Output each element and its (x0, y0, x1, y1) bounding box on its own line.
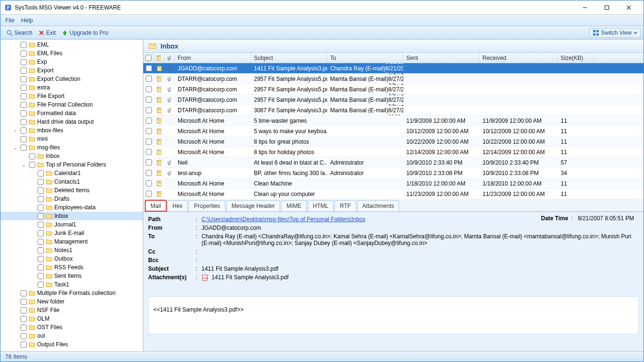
menu-file[interactable]: File (5, 17, 14, 24)
tree-item[interactable]: RSS Feeds (0, 263, 143, 272)
tree-item[interactable]: Deleted Items (0, 186, 143, 195)
tree-item[interactable]: OST Files (0, 323, 143, 332)
tree-checkbox[interactable] (38, 256, 44, 262)
tree-checkbox[interactable] (20, 42, 27, 48)
tree-checkbox[interactable] (20, 145, 27, 151)
tree-item[interactable]: out (0, 332, 143, 340)
expander-icon[interactable]: ⌄ (20, 162, 27, 167)
tree-item[interactable]: Calendar1 (0, 169, 143, 177)
tree-item[interactable]: Formatted data (0, 109, 143, 117)
mail-row[interactable]: DTARR@catocorp.com3087 Fit Sample Analys… (143, 105, 644, 116)
tab-hex[interactable]: Hex (167, 200, 188, 211)
col-size[interactable]: Size(KB) (558, 53, 586, 63)
tab-rtf[interactable]: RTF (334, 200, 356, 211)
tree-item[interactable]: Inbox (0, 212, 143, 220)
tree-item[interactable]: Notes1 (0, 246, 143, 254)
tree-checkbox[interactable] (29, 162, 35, 168)
maximize-button[interactable] (596, 0, 618, 15)
row-checkbox[interactable] (146, 138, 152, 145)
mail-row[interactable]: JGADD@catocorp.com1411 Fit Sample Analys… (143, 63, 644, 74)
row-checkbox[interactable] (146, 128, 152, 134)
path-link[interactable]: C:\Users\admin\Desktop\msg-files\Top of … (201, 216, 365, 223)
tree-checkbox[interactable] (20, 119, 27, 125)
tree-checkbox[interactable] (20, 50, 27, 57)
expander-icon[interactable]: ⌄ (12, 145, 19, 150)
tab-properties[interactable]: Properties (189, 200, 225, 211)
tree-item[interactable]: Inbox (0, 152, 143, 160)
tree-checkbox[interactable] (20, 68, 27, 74)
row-checkbox[interactable] (146, 191, 152, 197)
search-button[interactable]: Search (3, 29, 35, 37)
row-checkbox[interactable] (146, 117, 152, 124)
select-all-checkbox[interactable] (145, 55, 151, 61)
folder-tree[interactable]: EMLEML FilesExpExportExport Collectionex… (0, 39, 143, 351)
tree-item[interactable]: New folder (0, 297, 143, 306)
tree-checkbox[interactable] (20, 59, 27, 65)
mail-row[interactable]: Microsoft At Home8 tips for holiday phot… (143, 147, 644, 157)
tree-checkbox[interactable] (20, 333, 27, 339)
tree-item[interactable]: Output Files (0, 340, 143, 349)
tree-item[interactable]: Hard drive data output (0, 117, 143, 126)
tree-checkbox[interactable] (20, 93, 27, 99)
mail-grid[interactable]: JGADD@catocorp.com1411 Fit Sample Analys… (143, 63, 644, 199)
tree-checkbox[interactable] (38, 222, 44, 228)
tree-checkbox[interactable] (38, 247, 44, 254)
tree-checkbox[interactable] (38, 179, 44, 185)
tree-item[interactable]: File Format Collection (0, 100, 143, 109)
tree-checkbox[interactable] (20, 316, 27, 322)
tree-checkbox[interactable] (29, 153, 35, 159)
tree-checkbox[interactable] (38, 187, 44, 194)
tree-item[interactable]: EML Files (0, 49, 143, 58)
tree-item[interactable]: mini (0, 135, 143, 143)
tree-item[interactable]: File Export (0, 92, 143, 100)
tree-item[interactable]: Drafts (0, 195, 143, 203)
tree-item[interactable]: Contacts1 (0, 177, 143, 186)
mail-row[interactable]: Microsoft At Home8 tips for great photos… (143, 137, 644, 147)
tree-checkbox[interactable] (20, 136, 27, 142)
tree-checkbox[interactable] (38, 273, 44, 279)
row-checkbox[interactable] (146, 65, 152, 71)
close-button[interactable] (618, 0, 640, 15)
row-checkbox[interactable] (146, 86, 152, 92)
mail-row[interactable]: NeilAt least 6 dead in blast at C...Admi… (143, 157, 644, 168)
tree-item[interactable]: NSF File (0, 306, 143, 314)
row-checkbox[interactable] (146, 180, 152, 186)
tree-checkbox[interactable] (38, 264, 44, 271)
tree-item[interactable]: Junk E-mail (0, 229, 143, 237)
tab-message-header[interactable]: Message Header (226, 200, 280, 211)
minimize-button[interactable] (574, 0, 596, 15)
tree-item[interactable]: Exp (0, 58, 143, 66)
menu-help[interactable]: Help (21, 17, 33, 24)
tree-checkbox[interactable] (38, 230, 44, 236)
mail-row[interactable]: DTARR@catocorp.com2957 Fit Sample Analys… (143, 74, 644, 84)
tree-item[interactable]: Employees-data (0, 203, 143, 212)
exit-button[interactable]: Exit (35, 29, 59, 37)
tree-item[interactable]: ⌄Top of Personal Folders (0, 160, 143, 169)
tab-html[interactable]: HTML (308, 200, 334, 211)
col-from[interactable]: From (175, 53, 251, 63)
tree-item[interactable]: Management (0, 237, 143, 246)
mail-row[interactable]: DTARR@catocorp.com2957 Fit Sample Analys… (143, 95, 644, 105)
tree-item[interactable]: Export Collection (0, 75, 143, 83)
mail-row[interactable]: DTARR@catocorp.com2957 Fit Sample Analys… (143, 84, 644, 95)
tree-checkbox[interactable] (38, 196, 44, 202)
col-sent[interactable]: Sent (403, 53, 480, 63)
col-envelope-icon[interactable] (154, 53, 164, 63)
tree-checkbox[interactable] (20, 324, 27, 331)
tree-checkbox[interactable] (38, 282, 44, 288)
row-checkbox[interactable] (146, 170, 152, 176)
tree-checkbox[interactable] (38, 170, 44, 176)
tree-item[interactable]: EML (0, 40, 143, 49)
row-checkbox[interactable] (146, 107, 152, 113)
col-checkbox[interactable] (143, 53, 154, 63)
tree-item[interactable]: ⌄msg-files (0, 143, 143, 152)
tree-item[interactable]: ›mbox-files (0, 126, 143, 135)
tree-item[interactable]: Journal1 (0, 220, 143, 229)
tree-checkbox[interactable] (20, 76, 27, 82)
tree-checkbox[interactable] (38, 213, 44, 219)
row-checkbox[interactable] (146, 76, 152, 82)
switch-view-button[interactable]: Switch View (589, 28, 641, 38)
row-checkbox[interactable] (146, 97, 152, 103)
col-to[interactable]: To (327, 53, 403, 63)
tree-item[interactable]: extra (0, 83, 143, 92)
